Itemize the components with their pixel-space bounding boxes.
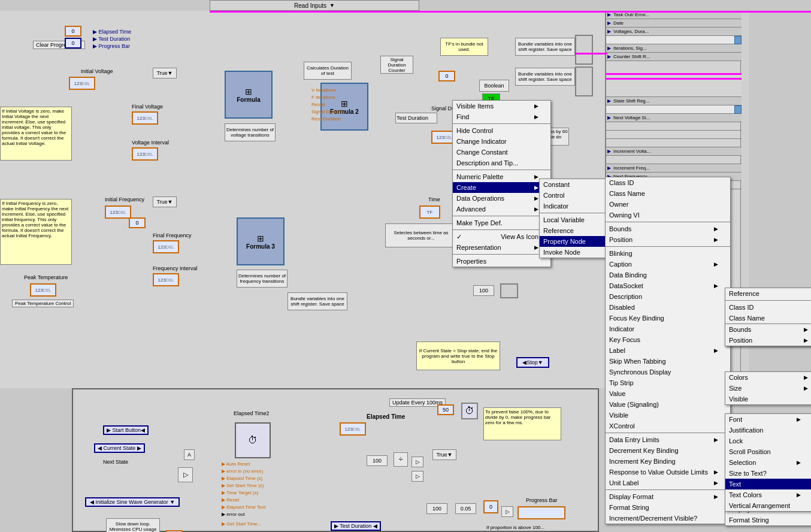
pn-tip-strip[interactable]: Tip Strip bbox=[606, 377, 730, 388]
font-text[interactable]: Text bbox=[725, 479, 811, 489]
ref-reference[interactable]: Reference bbox=[725, 288, 811, 299]
arrow-block-1: ▷ bbox=[411, 457, 423, 467]
pn-indicator[interactable]: Indicator bbox=[606, 324, 730, 334]
menu-view-as-icon[interactable]: ✓ View As Icon bbox=[453, 231, 550, 242]
hundred-ctrl-1[interactable]: 100 bbox=[367, 455, 388, 466]
spacer-5 bbox=[606, 156, 742, 164]
pn-format-string-1[interactable]: Format String bbox=[606, 502, 730, 513]
menu-find[interactable]: Find ▶ bbox=[453, 111, 550, 122]
current-state-ctrl[interactable]: ◀ Current State ▶ bbox=[94, 443, 145, 453]
start-button-ctrl[interactable]: ▶ Start Button◀ bbox=[103, 425, 149, 435]
test-duration-ctrl[interactable]: ▶ Test Duration ◀ bbox=[331, 521, 381, 531]
pn-owning-vi[interactable]: Owning VI bbox=[606, 210, 730, 220]
pn-inc-dec-visible[interactable]: Increment/Decrement Visible? bbox=[606, 513, 730, 524]
font-scroll-position[interactable]: Scroll Position bbox=[725, 446, 811, 457]
pn-sync-display[interactable]: Synchronous Display bbox=[606, 367, 730, 377]
pn-label[interactable]: Label▶ bbox=[606, 345, 730, 356]
pn-position[interactable]: Position▶ bbox=[606, 234, 730, 245]
elapsed-time-display-ctrl[interactable]: 123DBL bbox=[340, 422, 366, 436]
menu-sep-3 bbox=[453, 216, 550, 216]
menu-change-constant[interactable]: Change Constant bbox=[453, 147, 550, 158]
freq-interval-ctrl[interactable]: 123DBL bbox=[153, 273, 179, 286]
tf-bundle-annotation: TF's in bundle not used. bbox=[440, 38, 488, 56]
slow-down-annotation: Slow down loop. Minimizes CPU usage bbox=[106, 518, 160, 532]
pn-disabled[interactable]: Disabled bbox=[606, 302, 730, 313]
bp-bounds[interactable]: Bounds▶ bbox=[725, 324, 811, 335]
menu-representation[interactable]: Representation ▶ bbox=[453, 242, 550, 253]
pn-description[interactable]: Description bbox=[606, 291, 730, 302]
true-indicator-2: True▼ bbox=[153, 197, 177, 207]
pn-display-format[interactable]: Display Format▶ bbox=[606, 491, 730, 502]
pn-value[interactable]: Value bbox=[606, 388, 730, 399]
pn-xcontrol[interactable]: XControl bbox=[606, 421, 730, 431]
cs-size[interactable]: Size▶ bbox=[725, 383, 811, 394]
menu-properties[interactable]: Properties bbox=[453, 256, 550, 267]
pn-unit-label[interactable]: Unit Label▶ bbox=[606, 477, 730, 488]
pn-value-signaling[interactable]: Value (Signaling) bbox=[606, 399, 730, 410]
final-voltage-ctrl[interactable]: 123DBL bbox=[132, 111, 158, 125]
font-text-colors[interactable]: Text Colors▶ bbox=[725, 489, 811, 500]
ref-class-id[interactable]: Class ID bbox=[725, 302, 811, 313]
pn-response[interactable]: Response to Value Outside Limits▶ bbox=[606, 467, 730, 477]
timer-icon-2: ⏱ bbox=[461, 403, 478, 419]
voltage-interval-ctrl[interactable]: 123DBL bbox=[132, 147, 158, 161]
initial-voltage-label: Initial Voltage bbox=[81, 68, 113, 74]
menu-make-type-def[interactable]: Make Type Def. bbox=[453, 217, 550, 228]
spacer-2 bbox=[606, 122, 742, 131]
menu-change-indicator[interactable]: Change Indicator bbox=[453, 136, 550, 147]
menu-visible-items[interactable]: Visible Items ▶ bbox=[453, 101, 550, 111]
context-menu-colors-size: Colors▶ Size▶ Visible bbox=[725, 371, 811, 405]
pn-skip-tabbing[interactable]: Skip When Tabbing bbox=[606, 356, 730, 367]
ref-class-name[interactable]: Class Name bbox=[725, 313, 811, 324]
stop-button[interactable]: ◀Stop▼ bbox=[516, 357, 549, 368]
cs-colors[interactable]: Colors▶ bbox=[725, 372, 811, 383]
bundle-block-2 bbox=[575, 66, 593, 96]
font-vertical-arrangement[interactable]: Vertical Arrangement bbox=[725, 500, 811, 511]
true-indicator-3: True▼ bbox=[432, 449, 456, 460]
nt-format-string[interactable]: Format String bbox=[725, 515, 811, 525]
initial-freq-ctrl[interactable]: 123DBL bbox=[105, 205, 131, 219]
pn-increment[interactable]: Increment Key Binding bbox=[606, 456, 730, 467]
pn-owner[interactable]: Owner bbox=[606, 199, 730, 210]
pn-class-name[interactable]: Class Name bbox=[606, 188, 730, 199]
pn-numeric-text[interactable]: Numeric Text▶ bbox=[606, 524, 730, 524]
arrow-block-2: ▷ bbox=[411, 471, 423, 482]
font-submenu: Font▶ Justification Lock Scroll Position… bbox=[725, 413, 811, 512]
zero-indicator-1: 0 bbox=[65, 26, 81, 37]
test-duration-box: Test Duration bbox=[395, 113, 437, 123]
pn-visible[interactable]: Visible bbox=[606, 410, 730, 421]
pn-key-focus[interactable]: Key Focus bbox=[606, 334, 730, 345]
time-ctrl[interactable]: TF bbox=[419, 205, 440, 219]
menu-data-operations[interactable]: Data Operations ▶ bbox=[453, 193, 550, 204]
pn-data-binding[interactable]: Data Binding bbox=[606, 270, 730, 280]
final-freq-ctrl[interactable]: 123DBL bbox=[153, 240, 179, 253]
if-proportion-label: If proportion is above 100... bbox=[486, 525, 544, 530]
pn-caption[interactable]: Caption▶ bbox=[606, 259, 730, 270]
bp-position[interactable]: Position▶ bbox=[725, 335, 811, 346]
menu-description[interactable]: Description and Tip... bbox=[453, 158, 550, 168]
fifty-ctrl[interactable]: 50 bbox=[437, 404, 454, 415]
font-lock[interactable]: Lock bbox=[725, 436, 811, 446]
font-selection[interactable]: Selection▶ bbox=[725, 457, 811, 468]
menu-numeric-palette[interactable]: Numeric Palette ▶ bbox=[453, 171, 550, 182]
pn-bounds[interactable]: Bounds▶ bbox=[606, 223, 730, 234]
font-justification[interactable]: Justification bbox=[725, 425, 811, 436]
freq-interval-text: Frequency Interval bbox=[153, 265, 198, 271]
menu-create[interactable]: Create ▶ bbox=[453, 182, 550, 193]
font-size-to-text[interactable]: Size to Text? bbox=[725, 468, 811, 479]
pn-class-id[interactable]: Class ID bbox=[606, 177, 730, 188]
pn-blinking[interactable]: Blinking bbox=[606, 248, 730, 259]
progress-bar-ctrl[interactable] bbox=[518, 506, 565, 519]
pn-focus-key[interactable]: Focus Key Binding bbox=[606, 313, 730, 324]
cs-visible[interactable]: Visible bbox=[725, 394, 811, 404]
initial-voltage-ctrl[interactable]: 123 DBL bbox=[69, 77, 95, 90]
pn-decrement[interactable]: Decrement Key Binding bbox=[606, 445, 730, 456]
font-font[interactable]: Font▶ bbox=[725, 414, 811, 425]
pn-data-entry[interactable]: Data Entry Limits▶ bbox=[606, 434, 730, 445]
pn-datasocket[interactable]: DataSocket▶ bbox=[606, 280, 730, 291]
initial-freq-annotation: If Initial Frequency is zero, make Initi… bbox=[0, 199, 72, 265]
init-sine-wave-ctrl[interactable]: ◀ Initialize Sine Wave Generator ▼ bbox=[85, 497, 180, 507]
menu-hide-control[interactable]: Hide Control bbox=[453, 125, 550, 136]
peak-temp-ctrl[interactable]: 123DBL bbox=[30, 283, 56, 297]
menu-advanced[interactable]: Advanced ▶ bbox=[453, 204, 550, 214]
